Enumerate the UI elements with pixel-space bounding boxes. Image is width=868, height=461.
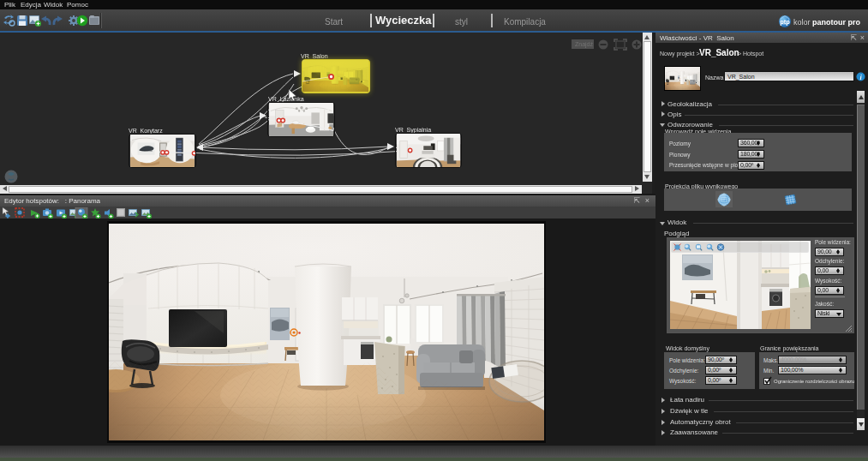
- svg-text:Znajdź: Znajdź: [575, 41, 594, 48]
- svg-text:ptp: ptp: [780, 18, 790, 26]
